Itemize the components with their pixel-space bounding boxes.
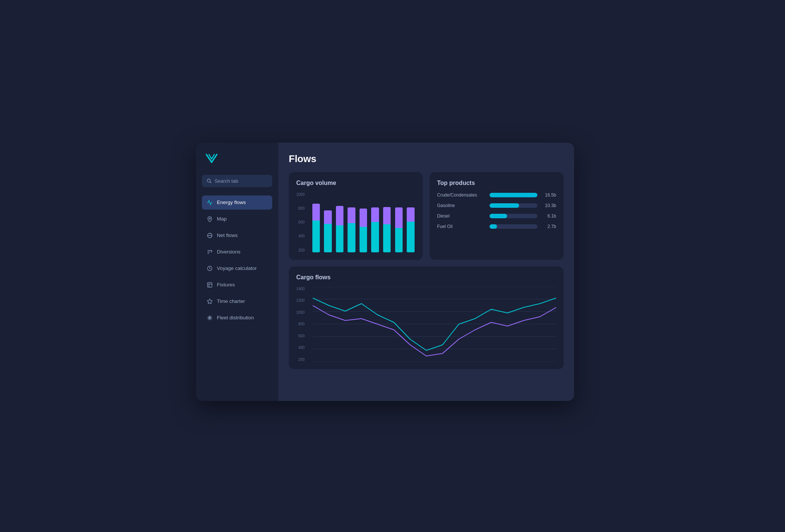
sidebar: Search tab Energy flows Map — [196, 143, 278, 401]
sidebar-item-voyage-calculator[interactable]: Voyage calculator — [202, 261, 272, 276]
y-label-400: 400 — [298, 234, 305, 238]
bar-cyan-3 — [348, 223, 355, 252]
y-label-600: 600 — [298, 220, 305, 224]
sidebar-label-fleet-distribution: Fleet distribution — [217, 315, 254, 320]
bar-group-6 — [382, 192, 392, 252]
cargo-volume-card: Cargo volume 1000 800 600 400 200 — [289, 172, 423, 260]
product-bar-fill-1 — [490, 203, 519, 208]
bar-purple-5 — [371, 207, 379, 222]
sidebar-item-energy-flows[interactable]: Energy flows — [202, 195, 272, 210]
cargo-flows-title: Cargo flows — [296, 274, 556, 281]
bar-purple-8 — [407, 207, 414, 222]
cargo-flows-card: Cargo flows 1400 1200 1000 800 600 400 2… — [289, 267, 564, 369]
bar-chart-y-axis: 1000 800 600 400 200 — [296, 192, 307, 252]
bar-group-5 — [370, 192, 380, 252]
fleet-distribution-icon — [206, 314, 213, 321]
line-chart-y-axis: 1400 1200 1000 800 600 400 200 — [296, 287, 307, 362]
sidebar-label-net-flows: Net flows — [217, 232, 238, 238]
line-y-1400: 1400 — [296, 287, 304, 291]
sidebar-item-diversions[interactable]: Diversions — [202, 245, 272, 259]
product-bar-fill-3 — [490, 224, 497, 229]
sidebar-label-fixtures: Fixtures — [217, 282, 235, 288]
logo-icon — [205, 153, 218, 164]
svg-marker-9 — [207, 299, 212, 304]
sidebar-item-fixtures[interactable]: Fixtures — [202, 278, 272, 292]
bar-cyan-1 — [324, 224, 331, 252]
search-placeholder: Search tab — [215, 178, 238, 184]
main-content: Flows Cargo volume 1000 800 600 400 200 — [278, 143, 574, 401]
product-name-1: Gasoline — [437, 203, 486, 208]
top-products-card: Top products Crude/Condensates16.5bGasol… — [430, 172, 564, 260]
product-name-3: Fuel Oil — [437, 224, 486, 229]
product-value-3: 2.7b — [541, 224, 556, 229]
sidebar-item-time-charter[interactable]: Time charter — [202, 294, 272, 308]
product-bar-wrap-1 — [490, 203, 537, 208]
app-wrapper: Search tab Energy flows Map — [196, 131, 589, 401]
y-label-1000: 1000 — [296, 192, 304, 197]
sidebar-label-time-charter: Time charter — [217, 298, 245, 304]
bar-group-8 — [406, 192, 416, 252]
bar-cyan-2 — [336, 225, 343, 252]
product-list: Crude/Condensates16.5bGasoline10.3bDiese… — [437, 192, 556, 229]
bar-purple-2 — [336, 206, 343, 225]
bar-cyan-8 — [407, 222, 414, 252]
bar-purple-4 — [360, 209, 367, 227]
line-y-1000: 1000 — [296, 310, 304, 314]
bars-container — [311, 192, 415, 252]
y-label-800: 800 — [298, 206, 305, 210]
bar-purple-3 — [348, 207, 355, 223]
product-bar-wrap-2 — [490, 214, 537, 218]
line-y-1200: 1200 — [296, 298, 304, 303]
map-icon — [206, 216, 213, 222]
svg-rect-6 — [207, 283, 212, 287]
line-chart-area: 1400 1200 1000 800 600 400 200 — [296, 287, 556, 362]
line-y-200: 200 — [298, 358, 305, 362]
bar-cyan-4 — [360, 227, 367, 252]
bar-group-1 — [323, 192, 333, 252]
bar-chart: 1000 800 600 400 200 — [296, 192, 415, 252]
sidebar-item-net-flows[interactable]: Net flows — [202, 228, 272, 243]
bar-cyan-5 — [371, 222, 379, 252]
product-name-2: Diesel — [437, 213, 486, 219]
bar-cyan-7 — [395, 228, 403, 252]
sidebar-label-diversions: Diversions — [217, 249, 240, 255]
energy-flows-icon — [206, 199, 213, 206]
top-row: Cargo volume 1000 800 600 400 200 — [289, 172, 564, 260]
product-item-2: Diesel6.1b — [437, 213, 556, 219]
sidebar-label-voyage-calculator: Voyage calculator — [217, 265, 257, 271]
bar-purple-7 — [395, 207, 403, 228]
page-title: Flows — [289, 153, 564, 165]
sidebar-label-map: Map — [217, 216, 227, 222]
voyage-calculator-icon — [206, 265, 213, 272]
product-name-0: Crude/Condensates — [437, 192, 486, 198]
sidebar-label-energy-flows: Energy flows — [217, 200, 246, 205]
svg-point-0 — [207, 179, 210, 182]
diversions-icon — [206, 249, 213, 255]
line-y-600: 600 — [298, 334, 305, 338]
line-chart-svg — [313, 287, 556, 362]
sidebar-item-map[interactable]: Map — [202, 212, 272, 226]
line-y-800: 800 — [298, 322, 305, 326]
line-y-400: 400 — [298, 346, 305, 350]
bar-group-0 — [311, 192, 321, 252]
product-item-3: Fuel Oil2.7b — [437, 224, 556, 229]
top-products-title: Top products — [437, 180, 556, 186]
product-value-2: 6.1b — [541, 213, 556, 219]
search-box[interactable]: Search tab — [202, 175, 272, 187]
bar-purple-1 — [324, 210, 331, 224]
bar-group-4 — [358, 192, 368, 252]
bar-cyan-6 — [383, 224, 391, 252]
product-bar-wrap-0 — [490, 193, 537, 197]
svg-line-1 — [210, 182, 211, 183]
y-label-200: 200 — [298, 248, 305, 252]
time-charter-icon — [206, 298, 213, 305]
product-item-0: Crude/Condensates16.5b — [437, 192, 556, 198]
product-value-0: 16.5b — [541, 192, 556, 198]
sidebar-item-fleet-distribution[interactable]: Fleet distribution — [202, 311, 272, 325]
svg-point-2 — [209, 218, 210, 219]
bar-group-3 — [347, 192, 357, 252]
product-item-1: Gasoline10.3b — [437, 203, 556, 208]
search-icon — [206, 178, 212, 183]
fixtures-icon — [206, 282, 213, 288]
bar-group-7 — [394, 192, 404, 252]
